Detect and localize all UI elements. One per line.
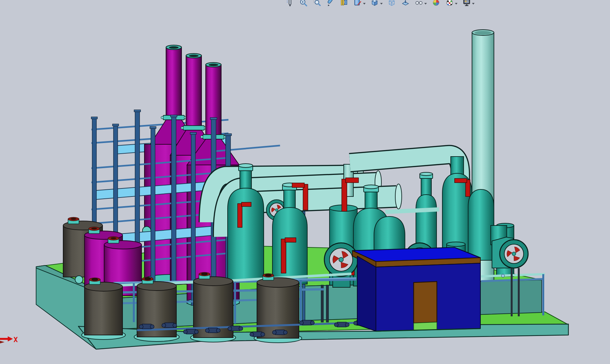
apply-scene-icon[interactable] (445, 0, 454, 8)
dropdown-arrow-icon[interactable] (380, 3, 383, 5)
exhaust-stack-1 (166, 47, 182, 117)
valve-cluster (300, 320, 314, 325)
dropdown-arrow-icon[interactable] (472, 3, 475, 5)
3d-viewport[interactable]: X (0, 0, 610, 364)
building-wall-left (357, 256, 376, 331)
dropdown-arrow-icon[interactable] (455, 3, 458, 5)
cad-application-window: X (0, 0, 610, 364)
3d-drawing-view-icon[interactable] (286, 0, 294, 8)
rotate-view-pen-icon[interactable] (326, 0, 335, 8)
valve-cluster (183, 329, 198, 334)
options-monitor-icon[interactable] (462, 0, 471, 8)
display-style-icon[interactable] (353, 0, 362, 8)
section-view-icon[interactable] (340, 0, 349, 8)
gray-tank-2 (134, 277, 179, 342)
axis-x-label: X (14, 336, 18, 344)
light-pipe-mid (385, 209, 439, 212)
valve-cluster (334, 322, 349, 327)
view-orientation-icon[interactable] (370, 0, 379, 8)
normal-to-icon[interactable] (401, 0, 410, 8)
realview-sphere-icon[interactable] (432, 0, 440, 8)
vessel-8 (468, 189, 494, 260)
gray-tank-1 (82, 278, 125, 340)
dropdown-arrow-icon[interactable] (363, 3, 366, 5)
zoom-to-area-icon[interactable] (313, 0, 321, 8)
view-toolbar (286, 0, 475, 8)
wireframe-cube-icon[interactable] (388, 0, 396, 8)
view-settings-glasses-icon[interactable] (415, 0, 423, 8)
valve-cluster (272, 330, 287, 335)
building-door[interactable] (414, 282, 437, 323)
valve-cluster (250, 332, 265, 337)
platform-right-block-face (474, 280, 542, 315)
control-room-building[interactable] (352, 247, 480, 331)
valve-cluster (162, 323, 177, 328)
dropdown-arrow-icon[interactable] (424, 3, 427, 5)
valve-cluster (139, 324, 154, 329)
valve-cluster (205, 328, 220, 333)
valve-cluster (228, 326, 243, 331)
exhaust-stack-2 (186, 55, 202, 128)
zoom-in-out-icon[interactable] (299, 0, 308, 8)
